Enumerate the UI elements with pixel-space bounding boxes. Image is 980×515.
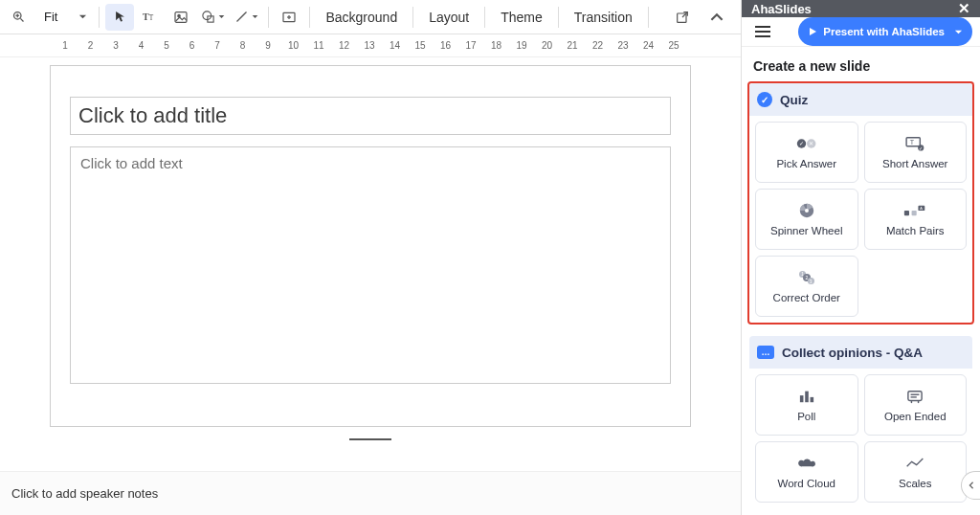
tile-label: Correct Order: [773, 292, 840, 303]
short-answer-icon: T✓: [904, 135, 925, 152]
ruler-tick: 12: [339, 40, 350, 51]
spinner-wheel-icon: [798, 202, 815, 219]
text-box-tool[interactable]: TT: [136, 4, 165, 31]
ruler-tick: 4: [136, 40, 147, 51]
collapse-toolbar-icon[interactable]: [702, 4, 731, 31]
pick-answer-icon: ✓✕: [796, 135, 817, 152]
transition-button[interactable]: Transition: [565, 4, 642, 31]
match-pairs-icon: A: [903, 202, 926, 219]
separator: [99, 7, 100, 28]
ruler-tick: 22: [592, 40, 604, 51]
select-tool[interactable]: [105, 4, 134, 31]
scales-icon: [905, 455, 924, 472]
ruler-tick: 2: [85, 40, 97, 51]
svg-text:T: T: [910, 139, 915, 146]
ruler-tick: 5: [161, 40, 172, 51]
ruler-tick: 1: [59, 40, 71, 51]
ruler-tick: 9: [262, 40, 274, 51]
zoom-label: Fit: [40, 10, 73, 24]
svg-line-1: [20, 18, 23, 21]
opinions-section-header[interactable]: … Collect opinions - Q&A: [749, 336, 972, 369]
quiz-section-header[interactable]: ✓ Quiz: [749, 83, 972, 116]
speaker-notes[interactable]: Click to add speaker notes: [0, 471, 741, 515]
tile-label: Match Pairs: [886, 225, 945, 236]
svg-text:T: T: [149, 13, 154, 22]
svg-text:2: 2: [805, 276, 808, 280]
ruler-tick: 15: [414, 40, 426, 51]
slide-body-placeholder[interactable]: Click to add text: [70, 146, 671, 384]
tile-pick-answer[interactable]: ✓✕ Pick Answer: [755, 122, 858, 183]
chevron-down-icon: [954, 28, 963, 36]
opinions-section: … Collect opinions - Q&A Poll Open Ended: [747, 334, 974, 510]
tile-scales[interactable]: Scales: [864, 441, 968, 503]
present-button-label: Present with AhaSlides: [823, 26, 945, 37]
ruler-tick: 10: [288, 40, 300, 51]
ahaslides-sidebar: AhaSlides ✕ Present with AhaSlides Creat…: [741, 0, 980, 515]
slide[interactable]: Click to add title Click to add text: [50, 65, 691, 427]
ruler-tick: 23: [617, 40, 629, 51]
chevron-down-icon: [78, 12, 87, 21]
tile-open-ended[interactable]: Open Ended: [864, 374, 968, 436]
tile-label: Scales: [899, 478, 932, 489]
shape-tool[interactable]: [197, 4, 229, 31]
new-slide-button[interactable]: [275, 4, 303, 31]
tile-word-cloud[interactable]: Word Cloud: [755, 441, 858, 503]
present-button[interactable]: Present with AhaSlides: [798, 17, 972, 46]
slide-title-placeholder[interactable]: Click to add title: [70, 97, 671, 135]
tile-spinner-wheel[interactable]: Spinner Wheel: [755, 189, 858, 250]
zoom-in-icon[interactable]: [4, 4, 33, 31]
ruler-tick: 21: [567, 40, 578, 51]
image-tool[interactable]: [167, 4, 195, 31]
tile-label: Short Answer: [882, 158, 947, 169]
ruler: 1234567891011121314151617181920212223242…: [0, 34, 741, 57]
close-icon[interactable]: ✕: [958, 0, 970, 17]
ruler-tick: 3: [110, 40, 122, 51]
tile-short-answer[interactable]: T✓ Short Answer: [864, 122, 968, 183]
slide-resize-handle[interactable]: [349, 438, 391, 440]
play-icon: [808, 27, 817, 36]
separator: [558, 7, 559, 28]
canvas-area: Click to add title Click to add text: [0, 57, 741, 471]
tile-label: Poll: [797, 411, 815, 422]
ruler-tick: 7: [212, 40, 223, 51]
separator: [648, 7, 649, 28]
quiz-heading-label: Quiz: [780, 93, 808, 107]
create-slide-heading: Create a new slide: [742, 47, 980, 81]
ruler-tick: 25: [668, 40, 679, 51]
svg-text:✓: ✓: [799, 140, 804, 146]
tile-poll[interactable]: Poll: [755, 374, 858, 436]
word-cloud-icon: [797, 455, 816, 472]
ruler-tick: 13: [364, 40, 375, 51]
svg-rect-39: [800, 395, 804, 402]
tile-correct-order[interactable]: 123 Correct Order: [755, 256, 858, 317]
svg-rect-40: [805, 392, 809, 403]
separator: [412, 7, 413, 28]
line-tool[interactable]: [231, 4, 262, 31]
svg-rect-6: [175, 11, 187, 22]
zoom-select[interactable]: Fit: [34, 4, 93, 31]
ruler-tick: 18: [491, 40, 502, 51]
menu-icon[interactable]: [749, 18, 776, 45]
ruler-tick: 24: [643, 40, 655, 51]
background-button[interactable]: Background: [316, 4, 407, 31]
ruler-tick: 8: [237, 40, 249, 51]
popout-icon[interactable]: [668, 4, 697, 31]
svg-text:A: A: [920, 207, 923, 211]
ruler-tick: 14: [390, 40, 401, 51]
open-ended-icon: [906, 388, 924, 405]
quiz-section: ✓ Quiz ✓✕ Pick Answer T✓ Short Answer: [747, 81, 974, 325]
layout-button[interactable]: Layout: [419, 4, 479, 31]
poll-icon: [798, 388, 815, 405]
svg-point-8: [203, 11, 212, 20]
ruler-tick: 11: [313, 40, 324, 51]
tile-label: Pick Answer: [776, 158, 836, 169]
svg-rect-41: [810, 397, 813, 402]
chevron-down-icon: [252, 13, 258, 20]
separator: [309, 7, 310, 28]
svg-text:✓: ✓: [920, 146, 924, 151]
svg-rect-29: [904, 211, 909, 215]
tile-label: Word Cloud: [777, 478, 835, 489]
theme-button[interactable]: Theme: [491, 4, 552, 31]
check-icon: ✓: [757, 92, 772, 107]
tile-match-pairs[interactable]: A Match Pairs: [864, 189, 968, 250]
